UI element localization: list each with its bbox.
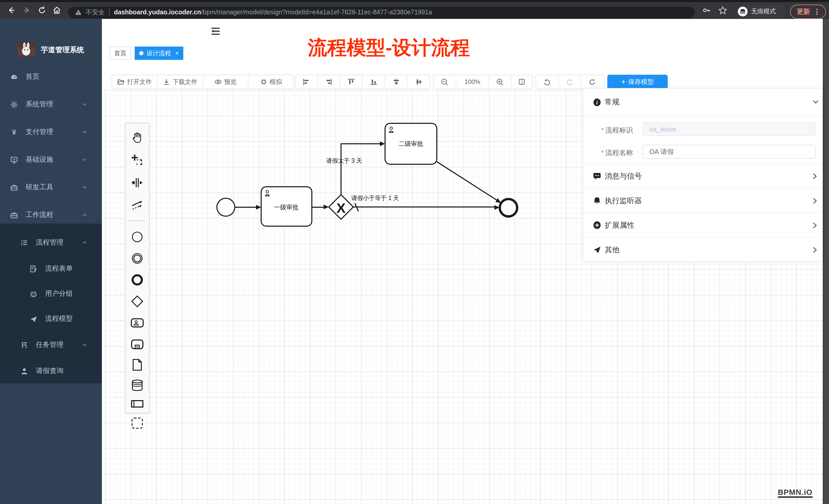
- user-task-level1[interactable]: 一级审批: [261, 187, 312, 226]
- url-path[interactable]: /bpm/manager/model/design?modelId=e4a1a1…: [201, 9, 432, 16]
- browser-back-button[interactable]: [5, 4, 17, 16]
- incognito-label: 无痕模式: [751, 7, 776, 16]
- task-label: 一级审批: [274, 204, 298, 210]
- browser-reload-button[interactable]: [36, 4, 48, 16]
- browser-toolbar: 不安全 dashboard.yudao.iocoder.cn/bpm/manag…: [0, 2, 829, 19]
- process-key-label: *流程标识: [601, 126, 633, 135]
- sidebar-item-task-management[interactable]: 任务管理: [0, 336, 102, 354]
- sidebar-item-label[interactable]: 用户分组: [45, 289, 73, 298]
- section-execution-listener[interactable]: 执行监听器: [583, 188, 822, 213]
- sidebar-item-home[interactable]: 首页: [0, 68, 102, 85]
- arrowhead: [380, 142, 385, 146]
- section-label: 其他: [605, 245, 620, 255]
- tab-label[interactable]: 首页: [114, 49, 127, 57]
- flow-label-le1[interactable]: 请假小于等于 1 天: [351, 195, 399, 201]
- task-label: 二级审批: [399, 140, 423, 147]
- sidebar: 芋道管理系统 首页 系统管理 ¥ 支付管理 基础设施 研发工具 工作流程: [0, 19, 102, 504]
- sidebar-item-label[interactable]: 任务管理: [36, 340, 64, 349]
- tab-design-process[interactable]: 设计流程 ×: [135, 46, 183, 60]
- sidebar-item-process-model[interactable]: 流程模型: [0, 310, 102, 327]
- tab-label[interactable]: 设计流程: [146, 49, 171, 57]
- end-event[interactable]: [500, 199, 517, 217]
- process-name-input[interactable]: [643, 145, 816, 159]
- tab-home[interactable]: 首页: [110, 46, 131, 60]
- sidebar-item-leave-query[interactable]: 请假查询: [0, 362, 102, 380]
- sidebar-item-label[interactable]: 基础设施: [26, 155, 53, 164]
- sidebar-item-label[interactable]: 研发工具: [26, 183, 53, 192]
- browser-update-button[interactable]: 更新: [790, 5, 826, 19]
- arrowhead: [495, 198, 501, 203]
- sidebar-item-label[interactable]: 请假查询: [36, 366, 64, 376]
- sidebar-item-label[interactable]: 首页: [26, 72, 39, 81]
- chevron-right-icon: [813, 197, 817, 204]
- sidebar-item-devtools[interactable]: 研发工具: [0, 179, 102, 196]
- update-label[interactable]: 更新: [797, 7, 810, 16]
- screenshot: 不安全 dashboard.yudao.iocoder.cn/bpm/manag…: [0, 0, 829, 504]
- tab-close-icon[interactable]: ×: [175, 50, 179, 57]
- sidebar-item-label[interactable]: 支付管理: [26, 127, 53, 137]
- yen-icon: ¥: [10, 128, 18, 136]
- not-secure-warning-icon: [75, 9, 82, 16]
- user-task-level2[interactable]: 二级审批: [385, 123, 437, 164]
- sidebar-item-system[interactable]: 系统管理: [0, 96, 102, 113]
- bookmark-star-icon[interactable]: [716, 4, 729, 16]
- sidebar-item-payment[interactable]: ¥ 支付管理: [0, 123, 102, 141]
- sidebar-item-label[interactable]: 工作流程: [26, 210, 53, 220]
- sidebar-item-user-group[interactable]: 用户分组: [0, 285, 102, 302]
- browser-address-bar[interactable]: 不安全 dashboard.yudao.iocoder.cn/bpm/manag…: [68, 6, 695, 18]
- section-label: 常规: [605, 97, 620, 107]
- browser-tab-strip: [0, 0, 829, 2]
- process-name-label: *流程名称: [601, 148, 633, 158]
- arrowhead: [256, 205, 261, 209]
- annotation-title: 流程模型-设计流程: [308, 35, 470, 61]
- general-fields: *流程标识 *流程名称: [583, 116, 822, 164]
- password-key-icon[interactable]: [700, 4, 713, 16]
- info-icon: i: [593, 98, 601, 106]
- section-label: 执行监听器: [605, 196, 642, 205]
- plus-circle-icon: [593, 221, 601, 229]
- page-scrollbar[interactable]: [823, 19, 829, 504]
- app-logo: [18, 42, 35, 57]
- gateway-x-marker: X: [336, 200, 346, 216]
- process-key-input[interactable]: [643, 122, 816, 136]
- not-secure-label[interactable]: 不安全: [85, 8, 105, 16]
- chevron-right-icon: [813, 247, 817, 253]
- section-other[interactable]: 其他: [583, 237, 822, 262]
- properties-panel: i 常规 *流程标识 *流程名称 消息与信号 执行监听器 扩展属性 其他: [583, 88, 823, 262]
- message-icon: [593, 172, 601, 180]
- sidebar-item-label[interactable]: 流程表单: [45, 264, 73, 273]
- browser-menu-icon[interactable]: [816, 8, 818, 15]
- send-icon: [593, 245, 601, 254]
- section-message-signal[interactable]: 消息与信号: [583, 163, 822, 188]
- flow-label-gt3[interactable]: 请假大于 3 天: [326, 157, 362, 164]
- sidebar-collapse-icon[interactable]: [210, 26, 221, 37]
- chevron-down-icon: [813, 100, 819, 104]
- chevron-right-icon: [813, 173, 817, 180]
- incognito-badge: 无痕模式: [736, 5, 787, 18]
- sidebar-item-infrastructure[interactable]: 基础设施: [0, 151, 102, 168]
- sidebar-item-process-management[interactable]: 流程管理: [0, 234, 102, 251]
- sidebar-item-label[interactable]: 流程管理: [36, 238, 64, 247]
- section-general[interactable]: i 常规: [583, 88, 822, 116]
- app-title: 芋道管理系统: [41, 45, 84, 55]
- arrowhead: [324, 205, 329, 209]
- section-label: 消息与信号: [605, 171, 642, 181]
- sidebar-item-label[interactable]: 系统管理: [26, 100, 53, 109]
- incognito-icon: [738, 7, 748, 16]
- active-tab-dot: [139, 51, 143, 55]
- browser-home-button[interactable]: [51, 4, 63, 16]
- url-domain[interactable]: dashboard.yudao.iocoder.cn: [114, 9, 201, 16]
- browser-forward-button[interactable]: [21, 4, 33, 16]
- exclusive-gateway[interactable]: X: [329, 195, 353, 219]
- address-divider: [109, 9, 109, 16]
- sidebar-item-workflow[interactable]: 工作流程: [0, 206, 102, 224]
- chevron-right-icon: [813, 222, 817, 229]
- section-extended-properties[interactable]: 扩展属性: [583, 212, 822, 237]
- sidebar-item-label[interactable]: 流程模型: [45, 314, 73, 323]
- section-label: 扩展属性: [605, 220, 635, 230]
- bell-icon: [593, 196, 601, 205]
- sidebar-item-process-form[interactable]: 流程表单: [0, 260, 102, 277]
- start-event[interactable]: [217, 198, 235, 216]
